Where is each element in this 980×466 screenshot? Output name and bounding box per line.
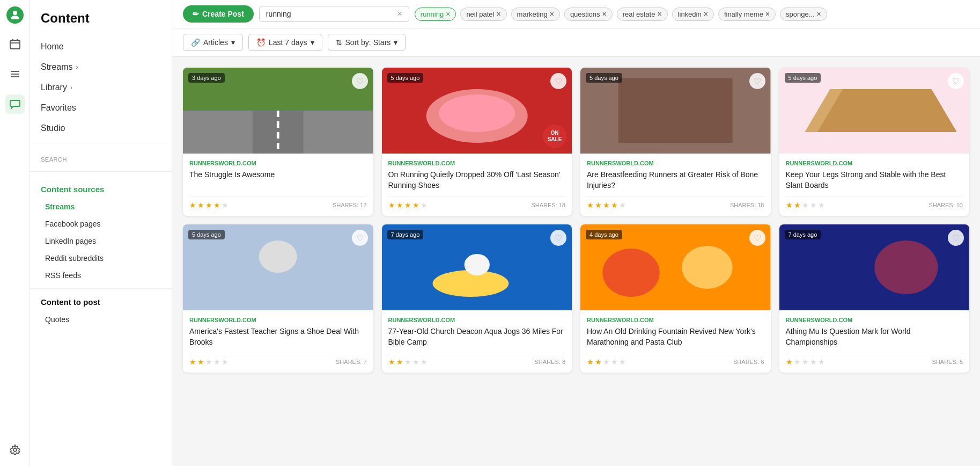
list-nav-icon[interactable] bbox=[5, 64, 25, 84]
card-stars-5[interactable]: ★★★★★ bbox=[388, 358, 428, 366]
filter-bar: 🔗 Articles ▾ ⏰ Last 7 days ▾ ⇅ Sort by: … bbox=[172, 28, 980, 57]
search-input[interactable] bbox=[266, 10, 394, 18]
card-image-6: 4 days ago ♡ bbox=[580, 224, 771, 310]
sidebar-source-facebook[interactable]: Facebook pages bbox=[30, 215, 172, 232]
star-5-2: ★ bbox=[396, 358, 403, 366]
card-image-1: 5 days ago ♡ ON SALE bbox=[382, 68, 572, 154]
card-heart-3[interactable]: ♡ bbox=[948, 73, 964, 89]
card-footer-1: ★★★★★ SHARES: 18 bbox=[388, 196, 566, 209]
sidebar-source-quotes[interactable]: Quotes bbox=[30, 311, 172, 328]
card-heart-0[interactable]: ♡ bbox=[352, 73, 368, 89]
card-stars-3[interactable]: ★★★★★ bbox=[786, 201, 825, 209]
card-source-5: RUNNERSWORLD.COM bbox=[388, 317, 566, 323]
create-post-button[interactable]: ✏ Create Post bbox=[183, 5, 254, 23]
star-6-1: ★ bbox=[587, 358, 594, 366]
tag-sponge[interactable]: sponge... × bbox=[780, 8, 827, 21]
search-bar[interactable]: × bbox=[259, 6, 409, 22]
star-3-4: ★ bbox=[810, 201, 817, 209]
card-item-5[interactable]: 7 days ago ♡ RUNNERSWORLD.COM 77-Year-Ol… bbox=[382, 224, 572, 373]
sidebar-item-streams[interactable]: Streams › bbox=[30, 57, 172, 77]
sidebar-source-rss[interactable]: RSS feeds bbox=[30, 267, 172, 284]
tag-sponge-close-icon[interactable]: × bbox=[817, 10, 821, 18]
card-footer-6: ★★★★★ SHARES: 6 bbox=[587, 353, 764, 366]
card-image-3: 5 days ago ♡ bbox=[779, 68, 970, 154]
sort-icon: ⇅ bbox=[336, 38, 342, 47]
sidebar-item-home[interactable]: Home bbox=[30, 37, 172, 57]
sidebar-item-favorites[interactable]: Favorites bbox=[30, 98, 172, 118]
tag-marketing-close-icon[interactable]: × bbox=[550, 10, 554, 18]
tag-neil-patel-close-icon[interactable]: × bbox=[496, 10, 500, 18]
card-source-2: RUNNERSWORLD.COM bbox=[587, 160, 764, 166]
tag-questions-close-icon[interactable]: × bbox=[602, 10, 607, 18]
sidebar-source-streams[interactable]: Streams bbox=[30, 198, 172, 215]
star-4-4: ★ bbox=[213, 358, 220, 366]
tag-finally-meme-close-icon[interactable]: × bbox=[765, 10, 770, 18]
card-stars-4[interactable]: ★★★★★ bbox=[189, 358, 229, 366]
tag-real-estate-close-icon[interactable]: × bbox=[657, 10, 661, 18]
card-shares-0: SHARES: 12 bbox=[333, 202, 367, 208]
sidebar-source-reddit[interactable]: Reddit subreddits bbox=[30, 250, 172, 267]
card-age-6: 4 days ago bbox=[586, 230, 622, 239]
sidebar-item-studio[interactable]: Studio bbox=[30, 118, 172, 139]
calendar-nav-icon[interactable] bbox=[5, 34, 25, 54]
card-heart-2[interactable]: ♡ bbox=[749, 73, 765, 89]
card-item-3[interactable]: 5 days ago ♡ RUNNERSWORLD.COM Keep Your … bbox=[779, 68, 970, 216]
settings-nav-icon[interactable] bbox=[5, 440, 25, 460]
tag-neil-patel[interactable]: neil patel × bbox=[460, 8, 506, 21]
card-age-2: 5 days ago bbox=[586, 73, 622, 83]
svg-point-30 bbox=[874, 241, 938, 294]
card-item-4[interactable]: 5 days ago ♡ RUNNERSWORLD.COM America's … bbox=[183, 224, 373, 373]
card-heart-6[interactable]: ♡ bbox=[749, 230, 765, 246]
tag-linkedin-close-icon[interactable]: × bbox=[704, 10, 708, 18]
articles-filter-button[interactable]: 🔗 Articles ▾ bbox=[183, 34, 243, 51]
star-7-3: ★ bbox=[802, 358, 809, 366]
card-heart-5[interactable]: ♡ bbox=[550, 230, 566, 246]
card-stars-7[interactable]: ★★★★★ bbox=[786, 358, 825, 366]
card-shares-5: SHARES: 8 bbox=[535, 359, 565, 365]
card-item-6[interactable]: 4 days ago ♡ RUNNERSWORLD.COM How An Old… bbox=[580, 224, 771, 373]
message-nav-icon[interactable] bbox=[5, 94, 25, 114]
date-filter-button[interactable]: ⏰ Last 7 days ▾ bbox=[248, 34, 322, 51]
link-icon: 🔗 bbox=[191, 38, 200, 47]
card-stars-6[interactable]: ★★★★★ bbox=[587, 358, 626, 366]
card-image-2: 5 days ago ♡ bbox=[580, 68, 771, 154]
svg-point-8 bbox=[13, 448, 17, 452]
card-stars-2[interactable]: ★★★★★ bbox=[587, 201, 626, 209]
tag-finally-meme[interactable]: finally meme × bbox=[718, 8, 776, 21]
card-item-0[interactable]: 3 days ago ♡ RUNNERSWORLD.COM The Strugg… bbox=[183, 68, 373, 216]
card-body-3: RUNNERSWORLD.COM Keep Your Legs Strong a… bbox=[779, 154, 970, 216]
sort-filter-label: Sort by: Stars bbox=[345, 38, 391, 47]
tag-running-close-icon[interactable]: × bbox=[446, 10, 450, 18]
card-source-6: RUNNERSWORLD.COM bbox=[587, 317, 764, 323]
card-stars-1[interactable]: ★★★★★ bbox=[388, 201, 428, 209]
star-2-5: ★ bbox=[619, 201, 626, 209]
svg-point-25 bbox=[464, 254, 489, 275]
card-item-1[interactable]: 5 days ago ♡ ON SALE RUNNERSWORLD.COM On… bbox=[382, 68, 572, 216]
tag-questions[interactable]: questions × bbox=[564, 8, 613, 21]
sidebar-item-streams-label: Streams bbox=[41, 62, 73, 72]
card-image-4: 5 days ago ♡ bbox=[183, 224, 373, 310]
tag-running[interactable]: running × bbox=[415, 8, 456, 21]
card-heart-4[interactable]: ♡ bbox=[352, 230, 368, 246]
search-clear-icon[interactable]: × bbox=[397, 10, 402, 18]
card-age-5: 7 days ago bbox=[387, 230, 424, 239]
card-heart-1[interactable]: ♡ bbox=[550, 73, 566, 89]
card-stars-0[interactable]: ★★★★★ bbox=[189, 201, 229, 209]
sidebar-item-library[interactable]: Library › bbox=[30, 77, 172, 98]
card-title-4: America's Fastest Teacher Signs a Shoe D… bbox=[189, 326, 367, 347]
sidebar-source-linkedin[interactable]: LinkedIn pages bbox=[30, 232, 172, 250]
sidebar: Content Home Streams › Library › Favorit… bbox=[30, 0, 172, 466]
star-4-2: ★ bbox=[197, 358, 204, 366]
tag-marketing[interactable]: marketing × bbox=[511, 8, 560, 21]
card-image-5: 7 days ago ♡ bbox=[382, 224, 572, 310]
card-item-2[interactable]: 5 days ago ♡ RUNNERSWORLD.COM Are Breast… bbox=[580, 68, 771, 216]
card-title-1: On Running Quietly Dropped 30% Off 'Last… bbox=[388, 170, 566, 191]
card-item-7[interactable]: 7 days ago ♡ RUNNERSWORLD.COM Athing Mu … bbox=[779, 224, 970, 373]
create-post-label: Create Post bbox=[202, 10, 244, 18]
app-logo[interactable] bbox=[6, 6, 24, 24]
card-footer-3: ★★★★★ SHARES: 10 bbox=[786, 196, 963, 209]
tag-real-estate[interactable]: real estate × bbox=[617, 8, 668, 21]
card-heart-7[interactable]: ♡ bbox=[948, 230, 964, 246]
sort-filter-button[interactable]: ⇅ Sort by: Stars ▾ bbox=[328, 34, 406, 51]
tag-linkedin[interactable]: linkedin × bbox=[672, 8, 714, 21]
